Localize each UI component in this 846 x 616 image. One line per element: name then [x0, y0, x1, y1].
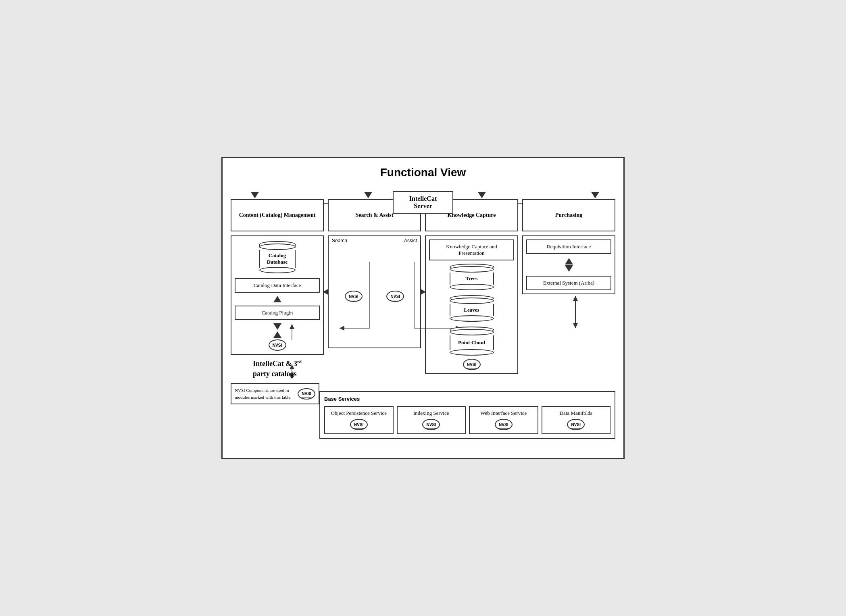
- nvsi-badge-indexing: NVSI: [422, 419, 440, 430]
- nvsi-badge-content: NVSI: [269, 339, 286, 351]
- arrow-to-knowledge: [478, 192, 486, 198]
- base-services-inner: Object Persistence Service NVSI Indexing…: [324, 406, 611, 434]
- catalog-plugin-box: Catalog Plugin: [235, 306, 320, 320]
- main-area: IntelleCat Server Content (Catalog) Mana…: [231, 191, 615, 439]
- left-bottom: NVSI Components are used in modules mark…: [231, 383, 311, 404]
- nvsi-badge-knowledge: NVSI: [463, 359, 481, 370]
- up-arrow-to-catalog-data: [273, 296, 281, 302]
- double-arrow-up-purchasing: [565, 258, 573, 264]
- nvsi-badge-manifolds: NVSI: [567, 419, 585, 430]
- nvsi-badge-web: NVSI: [495, 419, 513, 430]
- leaves-cylinder: Leaves: [450, 295, 494, 322]
- content-module-box: Content (Catalog) Management: [231, 199, 324, 231]
- service-box-4: Data Manifolds NVSI: [542, 406, 611, 434]
- base-services-label: Base Services: [324, 396, 611, 402]
- nvsi-badge-obj-persist: NVSI: [350, 419, 368, 430]
- purchasing-module-box: Purchasing: [522, 199, 615, 231]
- catalog-data-interface-box: Catalog Data Interface: [235, 278, 320, 293]
- content-column: Content (Catalog) Management Catalog Dat…: [231, 199, 324, 379]
- diagram-wrapper: Functional View: [221, 157, 625, 459]
- nvsi-badge-search: NVSI: [345, 291, 363, 302]
- arrow-to-purchasing: [591, 192, 599, 198]
- intellecat-server-box: IntelleCat Server: [393, 191, 453, 214]
- external-system-box: External System (Ariba): [526, 276, 611, 290]
- diagram-title: Functional View: [231, 166, 615, 179]
- knowledge-presentation-box: Knowledge Capture and Presentation: [429, 239, 514, 260]
- base-services-box: Base Services Object Persistence Service…: [319, 391, 615, 439]
- arrow-to-search: [364, 192, 372, 198]
- legend-box: NVSI Components are used in modules mark…: [231, 383, 319, 404]
- arrow-to-content: [251, 192, 259, 198]
- nvsi-badge-assist: NVSI: [386, 291, 404, 302]
- arrow-left-search: [323, 289, 329, 295]
- knowledge-inner: Knowledge Capture and Presentation Trees: [425, 235, 518, 374]
- service-box-3: Web Interface Service NVSI: [469, 406, 538, 434]
- purchasing-inner: Requisition Interface External System (A…: [522, 235, 615, 294]
- double-arrow-up-1: [273, 331, 281, 338]
- requisition-box: Requisition Interface: [526, 239, 611, 254]
- trees-cylinder: Trees: [450, 264, 494, 290]
- search-column: Search & Assist Search Assist NVSI NVSI: [328, 199, 421, 379]
- columns-row: Content (Catalog) Management Catalog Dat…: [231, 199, 615, 379]
- catalog-db-cylinder: Catalog Database: [259, 241, 296, 273]
- intellecat-third-party-label: IntelleCat & 3rdparty catalogs: [253, 359, 302, 379]
- double-arrow-down-purchasing: [565, 265, 573, 272]
- knowledge-column: Knowledge Capture Knowledge Capture and …: [425, 199, 518, 379]
- service-box-1: Object Persistence Service NVSI: [324, 406, 394, 434]
- nvsi-badge-legend: NVSI: [298, 388, 315, 400]
- assist-sub-label: Assist: [404, 238, 417, 243]
- double-arrow-down-1: [273, 323, 281, 330]
- point-cloud-cylinder: Point Cloud: [450, 327, 494, 356]
- content-mgmt-outer: Catalog Database Catalog Data Interface: [231, 235, 324, 355]
- bottom-section: NVSI Components are used in modules mark…: [231, 383, 615, 439]
- search-sub-label: Search: [332, 238, 347, 243]
- service-box-2: Indexing Service NVSI: [397, 406, 466, 434]
- purchasing-column: Purchasing Requisition Interface Externa…: [522, 199, 615, 379]
